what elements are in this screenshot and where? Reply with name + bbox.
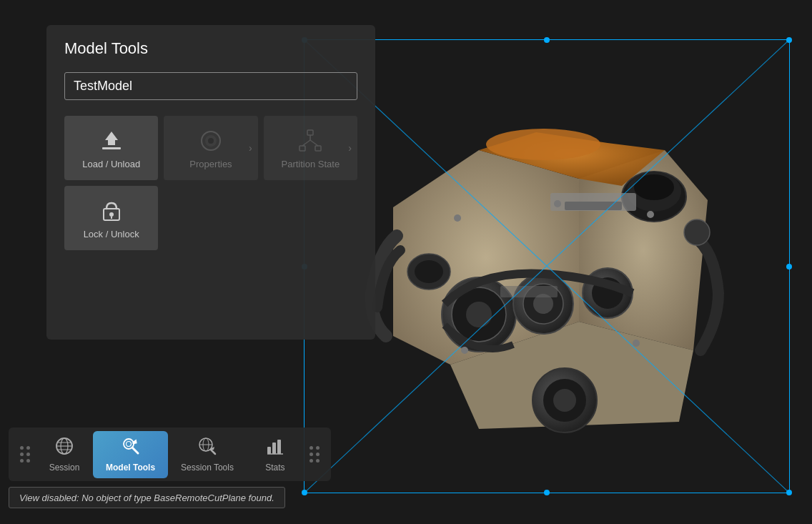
model-tools-icon xyxy=(122,437,140,460)
tab-stats-label: Stats xyxy=(265,463,284,473)
svg-point-15 xyxy=(634,174,674,200)
tab-session-tools-label: Session Tools xyxy=(181,463,234,473)
model-tools-panel: Model Tools Load / Unload xyxy=(46,25,375,340)
tool-grid-row2: Lock / Unlock xyxy=(64,186,357,250)
status-text: View disabled: No object of type BaseRem… xyxy=(19,493,274,503)
svg-point-23 xyxy=(684,219,710,245)
globe-icon xyxy=(55,437,74,460)
engine-viewport xyxy=(307,71,779,479)
svg-point-4 xyxy=(486,129,600,160)
svg-marker-31 xyxy=(105,132,118,145)
tab-stats[interactable]: Stats xyxy=(247,431,304,478)
svg-rect-24 xyxy=(500,286,558,297)
svg-rect-30 xyxy=(102,147,121,149)
drag-handle-right[interactable] xyxy=(304,440,325,468)
model-name-input[interactable] xyxy=(64,72,357,100)
tab-session-tools[interactable]: Session Tools xyxy=(168,431,247,478)
tool-grid-row1: Load / Unload Properties › xyxy=(64,116,357,180)
bottom-toolbar: Session Model Tools Session Tools xyxy=(9,427,331,481)
svg-line-39 xyxy=(302,140,310,146)
svg-point-34 xyxy=(208,138,214,144)
svg-rect-17 xyxy=(565,202,622,210)
load-unload-button[interactable]: Load / Unload xyxy=(64,116,158,180)
svg-rect-57 xyxy=(272,443,276,454)
properties-label: Properties xyxy=(189,159,232,169)
partition-state-chevron: › xyxy=(348,142,352,154)
svg-point-27 xyxy=(647,211,654,218)
tab-session[interactable]: Session xyxy=(36,431,93,478)
tab-session-label: Session xyxy=(49,463,80,473)
svg-point-28 xyxy=(461,347,468,354)
status-bar: View disabled: No object of type BaseRem… xyxy=(9,487,285,508)
partition-state-label: Partition State xyxy=(281,159,340,169)
svg-point-25 xyxy=(454,214,461,222)
partition-state-icon xyxy=(298,129,322,153)
svg-point-19 xyxy=(415,260,443,283)
svg-line-51 xyxy=(132,448,138,453)
load-unload-label: Load / Unload xyxy=(82,159,140,169)
properties-icon xyxy=(199,129,223,153)
svg-rect-56 xyxy=(267,447,271,454)
lock-icon xyxy=(101,199,122,223)
stats-icon xyxy=(266,437,284,460)
svg-line-40 xyxy=(310,140,318,146)
partition-state-button[interactable]: Partition State › xyxy=(264,116,357,180)
properties-chevron: › xyxy=(249,142,252,154)
tab-model-tools-label: Model Tools xyxy=(106,463,155,473)
svg-point-7 xyxy=(466,302,492,327)
lock-unlock-label: Lock / Unlock xyxy=(84,229,139,239)
upload-icon xyxy=(99,129,124,153)
lock-unlock-button[interactable]: Lock / Unlock xyxy=(64,186,158,250)
svg-point-42 xyxy=(109,212,114,217)
svg-point-29 xyxy=(633,340,640,347)
svg-point-50 xyxy=(126,441,131,446)
tab-model-tools[interactable]: Model Tools xyxy=(93,431,168,478)
svg-line-55 xyxy=(211,450,215,454)
svg-point-26 xyxy=(554,200,561,207)
panel-title: Model Tools xyxy=(64,39,357,58)
svg-rect-37 xyxy=(315,146,321,151)
session-tools-icon xyxy=(198,437,217,460)
svg-rect-58 xyxy=(277,440,281,454)
svg-rect-36 xyxy=(299,146,305,151)
properties-button[interactable]: Properties › xyxy=(164,116,257,180)
svg-point-22 xyxy=(553,389,576,412)
svg-rect-35 xyxy=(307,130,313,135)
drag-handle-left[interactable] xyxy=(14,440,36,468)
